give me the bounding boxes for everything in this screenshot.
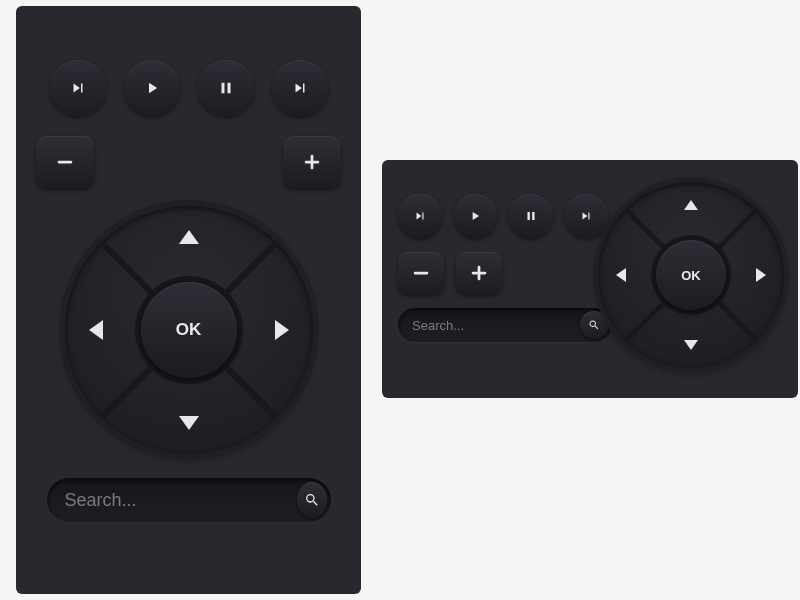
ok-button[interactable]: OK	[656, 240, 726, 310]
skip-forward-icon	[291, 79, 309, 97]
pause-button[interactable]	[509, 194, 553, 238]
skip-back-icon	[69, 79, 87, 97]
search-input[interactable]	[412, 318, 580, 333]
svg-rect-5	[478, 266, 481, 281]
left-column	[398, 194, 608, 342]
search-field	[47, 478, 331, 522]
search	[36, 478, 341, 522]
remote-panel-large: OK	[16, 6, 361, 594]
play-icon	[143, 79, 161, 97]
search-field	[398, 308, 612, 342]
dpad-right-button[interactable]	[275, 320, 289, 340]
dpad-ring: OK	[598, 182, 784, 368]
search	[398, 308, 608, 342]
svg-rect-0	[58, 161, 73, 164]
dpad-up-button[interactable]	[179, 230, 199, 244]
dpad-down-button[interactable]	[179, 416, 199, 430]
pause-icon	[524, 209, 538, 223]
search-input[interactable]	[65, 490, 297, 511]
search-icon	[304, 492, 320, 508]
skip-forward-icon	[579, 209, 593, 223]
plus-button[interactable]	[283, 136, 341, 188]
search-button[interactable]	[297, 482, 327, 518]
skip-forward-button[interactable]	[272, 60, 328, 116]
dpad-left-button[interactable]	[89, 320, 103, 340]
dpad-up-button[interactable]	[684, 200, 698, 210]
plus-icon	[468, 262, 490, 284]
minus-icon	[410, 262, 432, 284]
pause-icon	[217, 79, 235, 97]
media-controls	[36, 60, 341, 116]
dpad-left-button[interactable]	[616, 268, 626, 282]
minus-button[interactable]	[36, 136, 94, 188]
play-button[interactable]	[454, 194, 498, 238]
skip-back-button[interactable]	[50, 60, 106, 116]
dpad-down-button[interactable]	[684, 340, 698, 350]
skip-back-button[interactable]	[398, 194, 442, 238]
dpad: OK	[598, 182, 784, 368]
plus-icon	[301, 151, 323, 173]
ok-button[interactable]: OK	[141, 282, 237, 378]
dpad: OK	[36, 206, 341, 454]
volume-controls	[398, 252, 608, 294]
skip-back-icon	[413, 209, 427, 223]
play-icon	[468, 209, 482, 223]
remote-panel-small: OK	[382, 160, 798, 398]
minus-icon	[54, 151, 76, 173]
dpad-right-button[interactable]	[756, 268, 766, 282]
volume-controls	[36, 136, 341, 188]
dpad-ring: OK	[65, 206, 313, 454]
minus-button[interactable]	[398, 252, 444, 294]
play-button[interactable]	[124, 60, 180, 116]
svg-rect-2	[311, 155, 314, 170]
media-controls	[398, 194, 608, 238]
pause-button[interactable]	[198, 60, 254, 116]
plus-button[interactable]	[456, 252, 502, 294]
svg-rect-3	[414, 272, 429, 275]
